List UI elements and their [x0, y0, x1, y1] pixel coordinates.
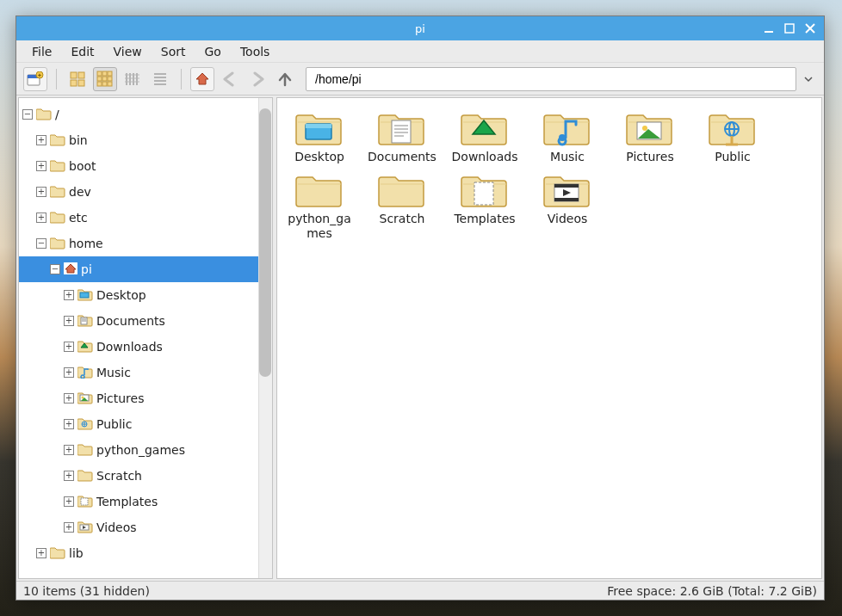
- sidebar-scrollbar-track[interactable]: [258, 98, 272, 578]
- body: − / + bin + boot + dev + etc − home − pi…: [16, 95, 824, 581]
- folder-label: Pictures: [626, 150, 673, 165]
- path-bar[interactable]: [306, 67, 796, 91]
- maximize-button[interactable]: [779, 18, 800, 39]
- view-list-button[interactable]: [148, 67, 172, 91]
- tree-expander-icon[interactable]: +: [64, 367, 74, 378]
- tree-expander-icon[interactable]: +: [64, 419, 74, 429]
- menu-sort[interactable]: Sort: [152, 42, 195, 61]
- path-input[interactable]: [313, 71, 789, 87]
- window-controls: [758, 16, 820, 40]
- menu-file[interactable]: File: [23, 42, 60, 61]
- back-button[interactable]: [218, 67, 242, 91]
- tree-item-etc[interactable]: + etc: [19, 205, 272, 231]
- tree-expander-icon[interactable]: +: [36, 135, 46, 145]
- folder-label: Documents: [368, 150, 436, 165]
- folder-view[interactable]: Desktop Documents Downloads Music Pictur…: [276, 97, 822, 579]
- tree-expander-icon[interactable]: +: [64, 522, 74, 533]
- tree-item-label: pi: [81, 262, 92, 276]
- tree-item-pi[interactable]: − pi: [19, 256, 272, 282]
- tree-item-dev[interactable]: + dev: [19, 179, 272, 205]
- tree-item-public[interactable]: + Public: [19, 411, 272, 437]
- tree-item-desktop[interactable]: + Desktop: [19, 282, 272, 308]
- folder-pictures-icon: [626, 107, 674, 148]
- folder-templates-icon: [461, 169, 509, 210]
- menu-go[interactable]: Go: [196, 42, 230, 61]
- folder-label: Scratch: [380, 212, 425, 227]
- tree-item-label: python_games: [96, 443, 185, 457]
- tree-expander-icon[interactable]: +: [36, 187, 46, 197]
- folder-videos[interactable]: Videos: [530, 169, 604, 242]
- folder-label: python_games: [282, 212, 356, 242]
- folder-mini-pic-icon: [77, 391, 93, 407]
- tree-expander-icon[interactable]: +: [64, 316, 74, 326]
- tree-expander-icon[interactable]: −: [50, 264, 60, 274]
- svg-rect-65: [474, 182, 493, 205]
- folder-desktop[interactable]: Desktop: [282, 107, 356, 165]
- menu-view[interactable]: View: [105, 42, 151, 61]
- view-large-icons-button[interactable]: [65, 67, 90, 91]
- folder-documents-icon: [378, 107, 426, 148]
- folder-label: Desktop: [294, 150, 344, 165]
- tree-item-boot[interactable]: + boot: [19, 153, 272, 179]
- tree-item-label: dev: [69, 185, 91, 199]
- up-button[interactable]: [273, 67, 297, 91]
- menu-tools[interactable]: Tools: [232, 42, 279, 61]
- folder-icon: [50, 132, 65, 149]
- sidebar-scrollbar-thumb[interactable]: [259, 108, 271, 377]
- tree-expander-icon[interactable]: +: [64, 290, 74, 300]
- tree-item-documents[interactable]: + Documents: [19, 308, 272, 334]
- close-button[interactable]: [800, 18, 820, 39]
- tree-item-home[interactable]: − home: [19, 231, 272, 256]
- tree-expander-icon[interactable]: −: [22, 109, 33, 120]
- tree-expander-icon[interactable]: +: [36, 213, 46, 223]
- tree-item-videos[interactable]: + Videos: [19, 514, 272, 540]
- folder-mini-vid-icon: [77, 520, 93, 536]
- folder-downloads[interactable]: Downloads: [448, 107, 522, 165]
- folder-public[interactable]: Public: [696, 107, 770, 165]
- tree-expander-icon[interactable]: −: [36, 238, 46, 249]
- folder-scratch[interactable]: Scratch: [365, 169, 439, 242]
- folder-mini-doc-icon: [77, 313, 93, 330]
- view-small-icons-button[interactable]: [93, 67, 117, 91]
- svg-text:✦: ✦: [37, 72, 42, 79]
- tree-expander-icon[interactable]: +: [36, 548, 46, 558]
- forward-button[interactable]: [245, 67, 269, 91]
- menu-edit[interactable]: Edit: [62, 42, 102, 61]
- svg-rect-16: [102, 77, 107, 81]
- tree-item-bin[interactable]: + bin: [19, 127, 272, 153]
- tree-expander-icon[interactable]: +: [64, 471, 74, 481]
- tree-expander-icon[interactable]: +: [64, 393, 74, 403]
- folder-mini-music-icon: [77, 365, 93, 381]
- view-compact-button[interactable]: [121, 67, 145, 91]
- svg-point-57: [559, 134, 566, 141]
- folder-python-games[interactable]: python_games: [282, 169, 356, 242]
- tree-item-downloads[interactable]: + Downloads: [19, 334, 272, 360]
- folder-documents[interactable]: Documents: [365, 107, 439, 165]
- menubar: File Edit View Sort Go Tools: [16, 40, 824, 63]
- tree-item-python-games[interactable]: + python_games: [19, 437, 272, 463]
- new-tab-button[interactable]: ✦: [23, 67, 47, 91]
- svg-rect-11: [78, 80, 84, 86]
- tree-item-pictures[interactable]: + Pictures: [19, 385, 272, 411]
- path-history-dropdown[interactable]: [800, 67, 817, 91]
- tree-item-scratch[interactable]: + Scratch: [19, 463, 272, 489]
- folder-videos-icon: [543, 169, 591, 210]
- tree-expander-icon[interactable]: +: [64, 445, 74, 455]
- tree-item-lib[interactable]: + lib: [19, 540, 272, 566]
- tree-expander-icon[interactable]: +: [64, 342, 74, 352]
- tree-expander-icon[interactable]: +: [64, 496, 74, 507]
- tree-item-music[interactable]: + Music: [19, 360, 272, 385]
- svg-rect-1: [785, 24, 794, 33]
- folder-pictures[interactable]: Pictures: [613, 107, 687, 165]
- minimize-button[interactable]: [758, 18, 779, 39]
- svg-rect-15: [97, 77, 102, 81]
- folder-music[interactable]: Music: [530, 107, 604, 165]
- status-free-space: Free space: 2.6 GiB (Total: 7.2 GiB): [607, 584, 817, 598]
- folder-templates[interactable]: Templates: [448, 169, 522, 242]
- tree-expander-icon[interactable]: +: [36, 161, 46, 171]
- sidebar-tree[interactable]: − / + bin + boot + dev + etc − home − pi…: [18, 97, 273, 579]
- tree-item--[interactable]: − /: [19, 102, 272, 127]
- tree-item-label: boot: [69, 159, 96, 173]
- home-button[interactable]: [190, 67, 214, 91]
- tree-item-templates[interactable]: + Templates: [19, 489, 272, 514]
